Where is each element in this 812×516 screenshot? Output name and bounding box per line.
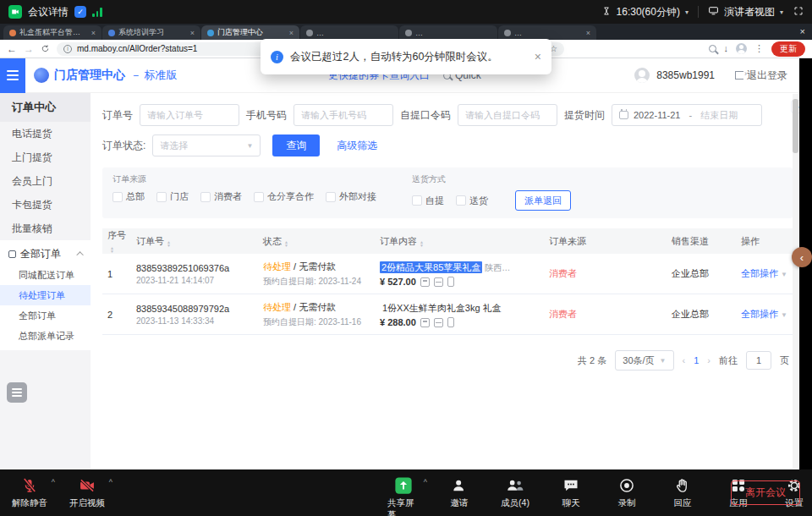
floating-menu-button[interactable] [7,382,27,403]
sidebar-item-hq-dispatch-records[interactable]: 总部派单记录 [0,326,91,346]
sidebar-item-card-pickup[interactable]: 卡包提货 [0,193,91,217]
view-monitor-icon [708,5,719,19]
checkbox-consumer[interactable]: 消费者 [200,190,242,203]
checkbox-self-pickup[interactable]: 自提 [412,195,444,207]
sort-icon[interactable]: ▲▼ [420,240,424,247]
meeting-details-link[interactable]: 会议详情 [28,5,69,19]
page-scrollbar[interactable] [793,94,798,469]
sidebar-item-pending-orders[interactable]: 待处理订单 [0,285,91,305]
browser-profile-icon[interactable] [736,43,747,54]
date-start-value[interactable]: 2022-11-21 [634,110,680,120]
reactions-button[interactable]: 回应 [667,475,699,516]
all-actions-dropdown[interactable]: 全部操作 ▼ [736,308,793,321]
checkbox-warehouse-share[interactable]: 仓分享合作 [254,190,314,203]
print-icon[interactable] [420,277,430,287]
prev-page-icon[interactable]: ‹ [683,355,686,365]
gift-icon[interactable] [434,318,443,327]
advanced-filter-link[interactable]: 高级筛选 [337,139,377,153]
phone-input[interactable] [294,104,393,126]
share-options-chevron[interactable]: ^ [424,478,427,486]
side-drawer-handle[interactable]: ‹ [792,247,812,267]
order-no-input[interactable] [140,104,239,126]
checkbox-icon[interactable] [412,195,422,206]
browser-tab[interactable]: … [300,25,398,40]
all-actions-dropdown[interactable]: 全部操作 ▼ [736,267,793,280]
checkbox-icon[interactable] [112,192,123,202]
date-range-picker[interactable]: 2022-11-21 - 结束日期 [612,104,762,126]
search-button[interactable]: 查询 [272,134,320,156]
sidebar-group-header[interactable]: 全部订单 [0,243,91,265]
order-source: 消费者 [549,309,577,319]
members-button[interactable]: 成员(4) [499,475,531,516]
next-page-icon[interactable]: › [707,355,710,365]
start-video-button[interactable]: ^ 开启视频 [69,475,105,509]
sidebar-item-door-pickup[interactable]: 上门提货 [0,145,91,169]
browser-tab[interactable]: 礼盒蛋糕平台管理中心 × [3,25,102,40]
current-page[interactable]: 1 [694,355,699,365]
date-end-placeholder[interactable]: 结束日期 [700,109,738,122]
print-icon[interactable] [420,318,430,327]
user-avatar[interactable] [634,68,650,83]
checkbox-hq[interactable]: 总部 [112,190,145,203]
unmute-button[interactable]: ^ 解除静音 [12,475,47,509]
site-info-icon[interactable]: i [63,45,72,53]
invite-button[interactable]: 邀请 [443,475,475,516]
checkbox-delivery[interactable]: 送货 [456,195,488,207]
timer-dropdown-chevron[interactable]: ▾ [685,8,689,16]
sort-icon[interactable]: ▲▼ [167,240,171,247]
zoom-icon[interactable] [709,45,716,52]
page-unit-label: 页 [780,354,789,367]
forward-icon[interactable]: → [24,44,34,54]
view-mode-selector[interactable]: 演讲者视图 [724,5,775,19]
sidebar-item-all-orders[interactable]: 全部订单 [0,305,91,326]
browser-update-button[interactable]: 更新 [771,41,805,57]
browser-tab-active[interactable]: 门店管理中心 × [201,25,299,40]
sidebar-item-batch-verify[interactable]: 批量核销 [0,217,91,240]
tab-close-icon[interactable]: × [91,29,96,37]
browser-tab[interactable]: … × [498,25,596,40]
scrollbar-thumb[interactable] [793,99,798,153]
sidebar-item-city-delivery[interactable]: 同城配送订单 [0,265,91,285]
phone-icon[interactable] [447,277,454,287]
window-close-icon[interactable]: × [800,26,805,36]
tab-close-icon[interactable]: × [289,29,294,37]
tab-close-icon[interactable]: × [190,29,195,37]
sort-icon[interactable]: ▲▼ [284,240,288,247]
logout-button[interactable]: 退出登录 [735,69,787,83]
checkbox-store[interactable]: 门店 [156,190,189,203]
leave-meeting-button[interactable]: 离开会议 [731,480,800,505]
browser-menu-icon[interactable]: ⋮ [754,44,764,53]
browser-tab[interactable]: 系统培训学习 × [102,25,200,40]
download-icon[interactable]: ↓ [724,44,729,53]
order-status-select[interactable]: 请选择 ▼ [152,134,261,156]
gift-icon[interactable] [434,277,443,287]
page-size-select[interactable]: 30条/页 ▼ [615,350,673,371]
phone-icon[interactable] [447,317,454,327]
pickup-code-input[interactable] [458,104,557,126]
chat-button[interactable]: 聊天 [555,475,587,516]
hamburger-menu-button[interactable] [0,58,25,93]
dispatch-return-button[interactable]: 派单退回 [515,190,571,211]
checkbox-icon[interactable] [456,195,466,206]
share-screen-button[interactable]: ^ 共享屏幕 [387,475,420,516]
refresh-icon[interactable] [41,41,50,57]
sort-icon[interactable]: ▲▼ [110,246,114,253]
mic-options-chevron[interactable]: ^ [52,478,55,486]
checkbox-icon[interactable] [156,192,167,202]
checkbox-icon[interactable] [200,192,211,202]
sidebar-item-phone-pickup[interactable]: 电话提货 [0,122,91,145]
back-icon[interactable]: ← [7,44,17,54]
tab-close-icon[interactable]: × [586,29,590,37]
checkbox-external[interactable]: 外部对接 [326,190,376,203]
record-button[interactable]: 录制 [611,475,643,516]
checkbox-icon[interactable] [254,192,264,202]
tab-favicon [108,30,115,36]
sidebar-item-member-visit[interactable]: 会员上门 [0,169,91,193]
goto-page-input[interactable] [746,351,771,370]
view-dropdown-chevron[interactable]: ▾ [780,8,783,16]
checkbox-icon[interactable] [326,192,336,202]
fullscreen-icon[interactable] [793,6,804,19]
toast-close-icon[interactable]: × [535,50,541,63]
video-options-chevron[interactable]: ^ [109,478,112,486]
browser-tab[interactable]: … [399,25,497,40]
